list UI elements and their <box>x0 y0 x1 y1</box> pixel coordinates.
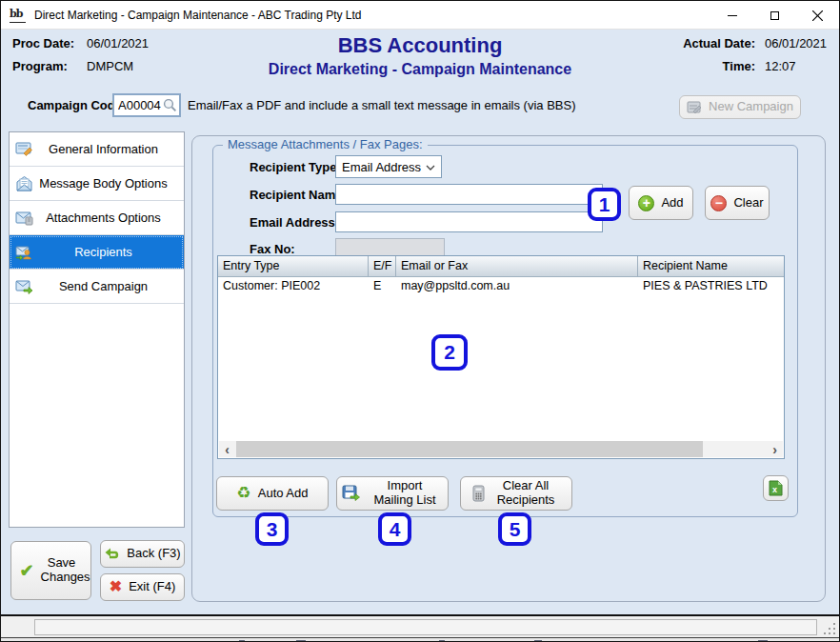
time-label: Time: <box>673 59 755 73</box>
groupbox-title: Message Attachments / Fax Pages: <box>223 137 428 151</box>
sidebar-item-label: Attachments Options <box>10 211 184 225</box>
svg-text:x: x <box>772 485 777 494</box>
recipients-table: Entry Type E/F Email or Fax Recipient Na… <box>217 255 785 459</box>
export-excel-button[interactable]: x <box>763 475 789 501</box>
back-button[interactable]: Back (F3) <box>100 540 185 568</box>
program-label: Program: <box>12 59 87 73</box>
chevron-down-icon <box>426 165 435 171</box>
column-header-ef[interactable]: E/F <box>369 256 396 276</box>
general-information-icon <box>15 140 33 158</box>
exit-icon: ✖ <box>110 578 122 595</box>
column-header-email-or-fax[interactable]: Email or Fax <box>396 256 638 276</box>
maximize-icon <box>770 11 779 20</box>
new-campaign-label: New Campaign <box>709 100 793 114</box>
status-bar <box>1 616 839 637</box>
proc-date-value: 06/01/2021 <box>87 36 149 50</box>
add-label: Add <box>661 196 683 211</box>
horizontal-scrollbar[interactable]: ‹ › <box>219 441 783 457</box>
program-value: DMPCM <box>87 59 133 73</box>
recipient-type-select[interactable]: Email Address <box>335 155 442 178</box>
auto-add-icon: ♻ <box>236 484 250 503</box>
back-label: Back (F3) <box>127 547 180 561</box>
maximize-button[interactable] <box>753 1 796 30</box>
annotation-5: 5 <box>498 512 531 546</box>
send-campaign-icon <box>15 277 33 295</box>
sidebar-item-attachments-options[interactable]: Attachments Options <box>10 201 184 235</box>
scroll-right-icon[interactable]: › <box>767 441 783 457</box>
sidebar-item-label: Recipients <box>10 245 184 259</box>
app-window: bb Direct Marketing - Campaign Maintenan… <box>0 0 840 642</box>
close-icon <box>812 10 823 21</box>
recipient-type-value: Email Address <box>342 160 421 174</box>
app-logo-icon: bb <box>10 7 26 23</box>
auto-add-button[interactable]: ♻ Auto Add <box>216 476 329 511</box>
campaign-description: Email/Fax a PDF and include a small text… <box>188 98 576 112</box>
sidebar-item-label: Send Campaign <box>10 279 184 293</box>
new-campaign-button[interactable]: New Campaign <box>679 95 801 119</box>
recipient-name-input[interactable] <box>335 184 603 205</box>
email-address-input[interactable] <box>335 211 603 232</box>
sidebar-item-label: General Information <box>10 142 184 156</box>
clear-label: Clear <box>733 196 763 211</box>
status-panel <box>34 619 817 635</box>
back-icon <box>104 547 120 561</box>
import-mailing-list-button[interactable]: Import Mailing List <box>336 476 449 511</box>
message-body-options-icon <box>15 174 33 192</box>
taskbar-sliver <box>1 637 839 642</box>
sidebar-item-message-body-options[interactable]: Message Body Options <box>10 167 184 201</box>
proc-date-label: Proc Date: <box>12 36 87 50</box>
email-address-label: Email Address: <box>250 215 339 230</box>
sidebar-item-general-information[interactable]: General Information <box>10 132 184 167</box>
cell-entry-type: Customer: PIE002 <box>218 277 369 295</box>
new-campaign-icon <box>687 101 702 114</box>
actual-date-label: Actual Date: <box>673 36 755 50</box>
recipient-name-label: Recipient Name: <box>250 188 347 202</box>
clear-all-recipients-button[interactable]: Clear All Recipients <box>460 476 572 511</box>
search-icon[interactable] <box>163 98 177 112</box>
exit-label: Exit (F4) <box>129 580 175 594</box>
clear-button[interactable]: − Clear <box>705 186 770 220</box>
annotation-3: 3 <box>255 512 289 546</box>
scroll-left-icon[interactable]: ‹ <box>219 441 235 457</box>
add-icon: + <box>638 195 654 211</box>
sidebar: General Information Message Body Options… <box>9 131 185 528</box>
annotation-2: 2 <box>431 334 468 371</box>
excel-icon: x <box>769 480 783 496</box>
column-header-entry-type[interactable]: Entry Type <box>218 256 369 276</box>
clear-all-recipients-label: Clear All Recipients <box>491 479 560 508</box>
sidebar-item-label: Message Body Options <box>10 176 184 191</box>
clear-icon: − <box>710 195 727 211</box>
actual-date-value: 06/01/2021 <box>765 36 830 50</box>
table-header-row: Entry Type E/F Email or Fax Recipient Na… <box>218 256 784 277</box>
recipient-type-label: Recipient Type: <box>250 160 341 174</box>
minimize-icon <box>728 15 737 16</box>
minimize-button[interactable] <box>710 1 753 30</box>
cell-ef: E <box>369 277 396 295</box>
window-title: Direct Marketing - Campaign Maintenance … <box>34 9 362 22</box>
annotation-1: 1 <box>588 188 621 221</box>
campaign-code-label: Campaign Code: <box>28 98 126 112</box>
cell-email-or-fax: may@ppsltd.com.au <box>396 277 638 295</box>
close-button[interactable] <box>796 1 839 30</box>
add-button[interactable]: + Add <box>629 186 693 220</box>
fax-no-label: Fax No: <box>250 242 295 256</box>
resize-grip-icon[interactable] <box>824 623 835 634</box>
title-bar: bb Direct Marketing - Campaign Maintenan… <box>1 1 839 30</box>
clear-all-recipients-icon <box>472 485 485 502</box>
import-mailing-list-label: Import Mailing List <box>367 479 443 508</box>
save-changes-button[interactable]: ✔ Save Changes <box>10 541 91 600</box>
recipients-icon <box>15 243 33 261</box>
save-changes-icon: ✔ <box>19 561 33 581</box>
table-row[interactable]: Customer: PIE002 E may@ppsltd.com.au PIE… <box>218 277 784 295</box>
sidebar-item-send-campaign[interactable]: Send Campaign <box>10 270 184 304</box>
sidebar-item-recipients[interactable]: Recipients <box>10 235 184 270</box>
attachments-options-icon <box>15 209 33 227</box>
import-mailing-list-icon <box>342 485 360 502</box>
auto-add-label: Auto Add <box>258 487 309 501</box>
save-changes-label: Save Changes <box>41 556 83 585</box>
cell-recipient-name: PIES & PASTRIES LTD <box>638 277 784 295</box>
annotation-4: 4 <box>378 512 411 546</box>
exit-button[interactable]: ✖ Exit (F4) <box>100 573 185 601</box>
column-header-recipient-name[interactable]: Recipient Name <box>638 256 784 276</box>
scrollbar-thumb[interactable] <box>236 441 703 457</box>
